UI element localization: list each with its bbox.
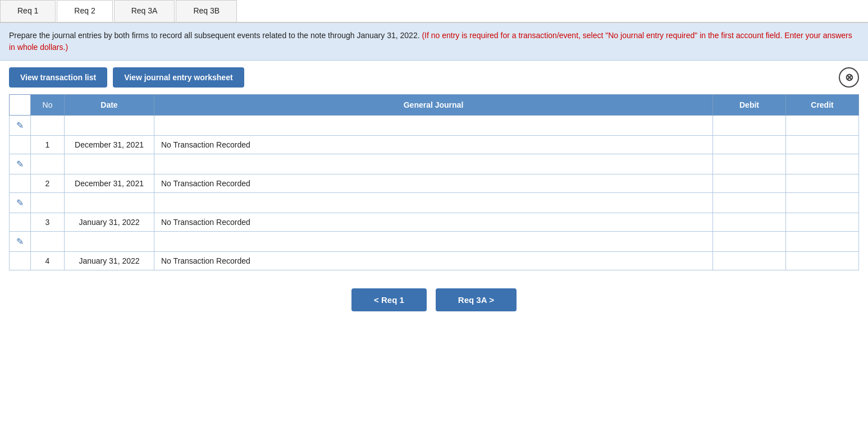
credit-cell xyxy=(786,193,859,213)
row-debit xyxy=(713,213,786,232)
view-transaction-list-button[interactable]: View transaction list xyxy=(9,67,107,88)
col-header-no: No xyxy=(31,95,65,116)
journal-cell xyxy=(154,116,713,136)
table-row: 3 January 31, 2022 No Transaction Record… xyxy=(10,213,859,232)
row-date: January 31, 2022 xyxy=(65,252,154,270)
debit-cell xyxy=(713,232,786,252)
debit-cell xyxy=(713,193,786,213)
view-journal-entry-worksheet-button[interactable]: View journal entry worksheet xyxy=(113,67,244,88)
row-journal: No Transaction Recorded xyxy=(154,213,713,232)
edit-cell[interactable]: ✎ xyxy=(10,154,31,174)
no-cell xyxy=(31,193,65,213)
row-credit xyxy=(786,213,859,232)
row-journal: No Transaction Recorded xyxy=(154,136,713,154)
row-debit xyxy=(713,136,786,154)
row-no: 3 xyxy=(31,213,65,232)
edit-cell[interactable]: ✎ xyxy=(10,116,31,136)
credit-cell xyxy=(786,116,859,136)
no-cell xyxy=(31,154,65,174)
debit-cell xyxy=(713,116,786,136)
row-date: December 31, 2021 xyxy=(65,174,154,193)
edit-icon[interactable]: ✎ xyxy=(16,159,24,169)
edit-cell[interactable]: ✎ xyxy=(10,193,31,213)
tab-req3a[interactable]: Req 3A xyxy=(114,0,175,22)
edit-cell[interactable]: ✎ xyxy=(10,232,31,252)
credit-cell xyxy=(786,154,859,174)
row-credit xyxy=(786,252,859,270)
edit-cell-empty xyxy=(10,252,31,270)
tab-req3b[interactable]: Req 3B xyxy=(176,0,237,22)
journal-table-wrapper: No Date General Journal Debit Credit ✎ 1… xyxy=(0,94,868,279)
row-no: 1 xyxy=(31,136,65,154)
row-no: 2 xyxy=(31,174,65,193)
row-debit xyxy=(713,174,786,193)
col-header-edit xyxy=(10,95,31,116)
row-no: 4 xyxy=(31,252,65,270)
col-header-debit: Debit xyxy=(713,95,786,116)
no-cell xyxy=(31,116,65,136)
row-date: January 31, 2022 xyxy=(65,213,154,232)
row-credit xyxy=(786,136,859,154)
edit-cell-empty xyxy=(10,136,31,154)
table-edit-row: ✎ xyxy=(10,116,859,136)
close-icon: ⊗ xyxy=(845,71,853,84)
edit-cell-empty xyxy=(10,174,31,193)
next-button[interactable]: Req 3A > xyxy=(436,288,517,311)
prev-button[interactable]: < Req 1 xyxy=(351,288,427,311)
edit-icon[interactable]: ✎ xyxy=(16,198,24,208)
tab-req2[interactable]: Req 2 xyxy=(57,0,112,22)
debit-cell xyxy=(713,154,786,174)
journal-cell xyxy=(154,232,713,252)
credit-cell xyxy=(786,232,859,252)
col-header-credit: Credit xyxy=(786,95,859,116)
bottom-nav: < Req 1 Req 3A > xyxy=(0,279,868,320)
tab-req1[interactable]: Req 1 xyxy=(0,0,56,22)
date-cell xyxy=(65,154,154,174)
edit-cell-empty xyxy=(10,213,31,232)
row-journal: No Transaction Recorded xyxy=(154,252,713,270)
table-edit-row: ✎ xyxy=(10,232,859,252)
toolbar: View transaction list View journal entry… xyxy=(0,61,868,94)
no-cell xyxy=(31,232,65,252)
date-cell xyxy=(65,232,154,252)
instruction-main: Prepare the journal entries by both firm… xyxy=(9,31,422,40)
table-edit-row: ✎ xyxy=(10,154,859,174)
table-edit-row: ✎ xyxy=(10,193,859,213)
row-journal: No Transaction Recorded xyxy=(154,174,713,193)
row-credit xyxy=(786,174,859,193)
col-header-date: Date xyxy=(65,95,154,116)
tab-bar: Req 1 Req 2 Req 3A Req 3B xyxy=(0,0,868,23)
journal-cell xyxy=(154,154,713,174)
edit-icon[interactable]: ✎ xyxy=(16,237,24,246)
col-header-general-journal: General Journal xyxy=(154,95,713,116)
instruction-bar: Prepare the journal entries by both firm… xyxy=(0,23,868,61)
row-debit xyxy=(713,252,786,270)
row-date: December 31, 2021 xyxy=(65,136,154,154)
journal-cell xyxy=(154,193,713,213)
edit-icon[interactable]: ✎ xyxy=(16,121,24,130)
table-row: 1 December 31, 2021 No Transaction Recor… xyxy=(10,136,859,154)
journal-table: No Date General Journal Debit Credit ✎ 1… xyxy=(9,94,859,270)
table-row: 4 January 31, 2022 No Transaction Record… xyxy=(10,252,859,270)
date-cell xyxy=(65,116,154,136)
date-cell xyxy=(65,193,154,213)
table-row: 2 December 31, 2021 No Transaction Recor… xyxy=(10,174,859,193)
close-button[interactable]: ⊗ xyxy=(839,67,859,88)
